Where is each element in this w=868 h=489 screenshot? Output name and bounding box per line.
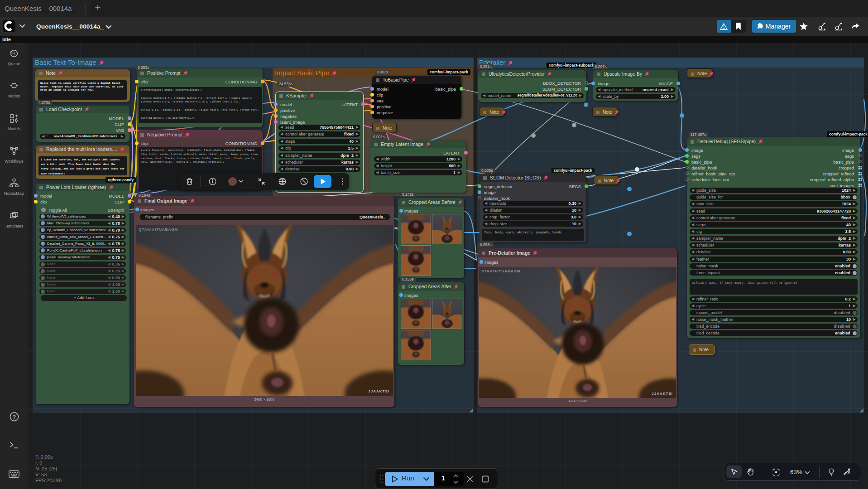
svg-text:?: ? [12, 414, 15, 420]
